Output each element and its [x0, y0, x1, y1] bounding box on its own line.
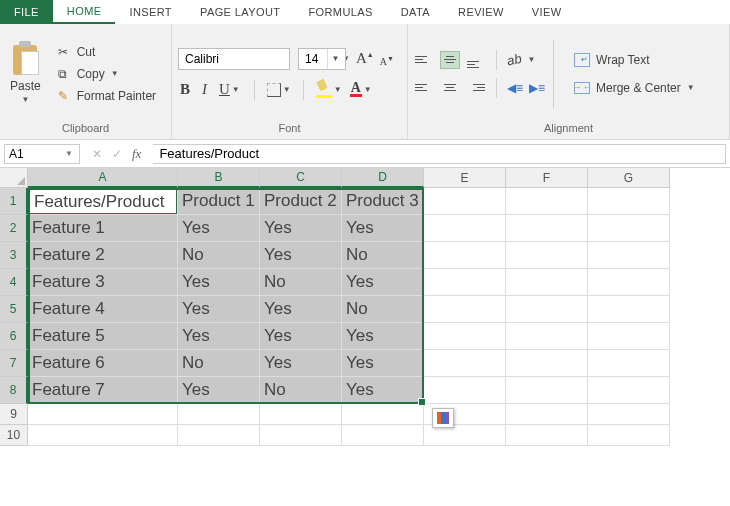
cell-F6[interactable]	[506, 323, 588, 350]
row-header-5[interactable]: 5	[0, 296, 28, 323]
cell-F8[interactable]	[506, 377, 588, 404]
cell-B9[interactable]	[178, 404, 260, 425]
cell-F2[interactable]	[506, 215, 588, 242]
cell-C10[interactable]	[260, 425, 342, 446]
name-box-drop-icon[interactable]: ▼	[61, 149, 77, 158]
quick-analysis-button[interactable]	[432, 408, 454, 428]
cell-C4[interactable]: No	[260, 269, 342, 296]
cell-D1[interactable]: Product 3	[342, 188, 424, 215]
row-header-1[interactable]: 1	[0, 188, 28, 215]
paste-button[interactable]: Paste ▼	[6, 41, 45, 106]
select-all-button[interactable]	[0, 168, 28, 188]
cell-G8[interactable]	[588, 377, 670, 404]
orientation-button[interactable]: ab	[506, 51, 523, 69]
align-middle-button[interactable]	[440, 51, 460, 69]
format-painter-button[interactable]: ✎ Format Painter	[53, 87, 158, 105]
tab-data[interactable]: DATA	[387, 0, 444, 24]
name-box-input[interactable]	[5, 147, 61, 161]
fill-split-icon[interactable]: ▼	[334, 85, 342, 94]
cell-A9[interactable]	[28, 404, 178, 425]
tab-review[interactable]: REVIEW	[444, 0, 518, 24]
cell-B2[interactable]: Yes	[178, 215, 260, 242]
tab-insert[interactable]: INSERT	[115, 0, 186, 24]
cell-E7[interactable]	[424, 350, 506, 377]
cell-A10[interactable]	[28, 425, 178, 446]
align-bottom-button[interactable]	[466, 51, 486, 69]
cell-D10[interactable]	[342, 425, 424, 446]
merge-split-icon[interactable]: ▼	[687, 83, 695, 92]
cell-A3[interactable]: Feature 2	[28, 242, 178, 269]
cell-A8[interactable]: Feature 7	[28, 377, 178, 404]
cell-B1[interactable]: Product 1	[178, 188, 260, 215]
column-header-A[interactable]: A	[28, 168, 178, 188]
cell-A4[interactable]: Feature 3	[28, 269, 178, 296]
copy-button[interactable]: ⧉ Copy ▼	[53, 65, 158, 83]
align-center-button[interactable]	[440, 79, 460, 97]
column-header-F[interactable]: F	[506, 168, 588, 188]
cell-G7[interactable]	[588, 350, 670, 377]
underline-split-icon[interactable]: ▼	[232, 85, 240, 94]
cell-G3[interactable]	[588, 242, 670, 269]
font-size-combo[interactable]: ▼	[298, 48, 346, 70]
cell-E6[interactable]	[424, 323, 506, 350]
grow-font-button[interactable]: A▲	[354, 50, 376, 67]
row-header-8[interactable]: 8	[0, 377, 28, 404]
row-header-7[interactable]: 7	[0, 350, 28, 377]
font-color-button[interactable]: A▼	[350, 82, 372, 97]
cell-C6[interactable]: Yes	[260, 323, 342, 350]
cell-B3[interactable]: No	[178, 242, 260, 269]
name-box[interactable]: ▼	[4, 144, 80, 164]
column-header-B[interactable]: B	[178, 168, 260, 188]
cell-F5[interactable]	[506, 296, 588, 323]
cell-G5[interactable]	[588, 296, 670, 323]
enter-formula-button[interactable]: ✓	[112, 147, 122, 161]
tab-page-layout[interactable]: PAGE LAYOUT	[186, 0, 294, 24]
cell-B8[interactable]: Yes	[178, 377, 260, 404]
row-header-6[interactable]: 6	[0, 323, 28, 350]
cell-F4[interactable]	[506, 269, 588, 296]
row-header-9[interactable]: 9	[0, 404, 28, 425]
fx-button[interactable]: fx	[132, 146, 141, 162]
cell-G10[interactable]	[588, 425, 670, 446]
font-name-combo[interactable]: ▼	[178, 48, 290, 70]
cell-F7[interactable]	[506, 350, 588, 377]
cell-F1[interactable]	[506, 188, 588, 215]
cell-C9[interactable]	[260, 404, 342, 425]
decrease-indent-button[interactable]: ◀≡	[507, 81, 523, 95]
cell-D3[interactable]: No	[342, 242, 424, 269]
increase-indent-button[interactable]: ▶≡	[529, 81, 545, 95]
copy-split-arrow-icon[interactable]: ▼	[111, 69, 119, 78]
cell-D9[interactable]	[342, 404, 424, 425]
cell-E5[interactable]	[424, 296, 506, 323]
tab-formulas[interactable]: FORMULAS	[294, 0, 386, 24]
column-header-E[interactable]: E	[424, 168, 506, 188]
tab-file[interactable]: FILE	[0, 0, 53, 24]
align-left-button[interactable]	[414, 79, 434, 97]
cell-D7[interactable]: Yes	[342, 350, 424, 377]
row-header-10[interactable]: 10	[0, 425, 28, 446]
row-header-2[interactable]: 2	[0, 215, 28, 242]
align-right-button[interactable]	[466, 79, 486, 97]
cell-G2[interactable]	[588, 215, 670, 242]
cell-G4[interactable]	[588, 269, 670, 296]
orientation-split-icon[interactable]: ▼	[527, 55, 535, 64]
cell-F9[interactable]	[506, 404, 588, 425]
cell-C2[interactable]: Yes	[260, 215, 342, 242]
cell-E1[interactable]	[424, 188, 506, 215]
font-size-input[interactable]	[299, 52, 327, 66]
cut-button[interactable]: ✂ Cut	[53, 43, 158, 61]
cancel-formula-button[interactable]: ✕	[92, 147, 102, 161]
cell-D4[interactable]: Yes	[342, 269, 424, 296]
underline-button[interactable]: U▼	[217, 81, 242, 98]
cell-D5[interactable]: No	[342, 296, 424, 323]
cell-C8[interactable]: No	[260, 377, 342, 404]
tab-home[interactable]: HOME	[53, 0, 116, 24]
tab-view[interactable]: VIEW	[518, 0, 576, 24]
column-header-C[interactable]: C	[260, 168, 342, 188]
paste-split-arrow-icon[interactable]: ▼	[21, 95, 29, 104]
cell-G9[interactable]	[588, 404, 670, 425]
cell-E3[interactable]	[424, 242, 506, 269]
cell-G6[interactable]	[588, 323, 670, 350]
cell-A5[interactable]: Feature 4	[28, 296, 178, 323]
cell-A1[interactable]: Features/Product	[28, 188, 178, 215]
